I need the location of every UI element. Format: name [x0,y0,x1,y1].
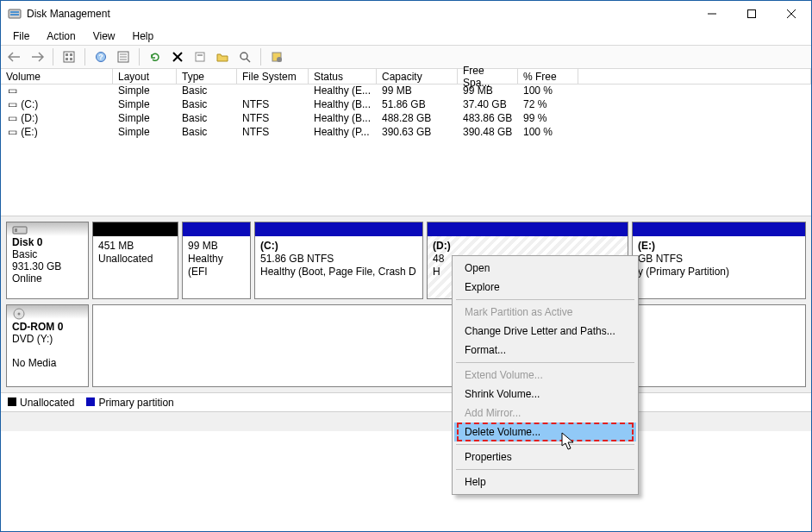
cm-properties[interactable]: Properties [454,448,636,466]
partition-unallocated[interactable]: 451 MB Unallocated [92,222,178,299]
properties-button[interactable] [190,47,210,67]
volume-layout: Simple [113,126,177,140]
volume-fs: NTFS [237,112,309,126]
volume-capacity: 488.28 GB [377,112,458,126]
forward-button[interactable] [27,47,47,67]
column-percent-free[interactable]: % Free [518,69,578,84]
cm-open[interactable]: Open [454,259,636,278]
help-button[interactable]: ? [91,47,111,67]
volume-row[interactable]: ▭ (E:) Simple Basic NTFS Healthy (P... 3… [1,126,811,140]
menu-view[interactable]: View [84,28,124,44]
partition-size: 99 MB [188,240,218,252]
show-hide-console-button[interactable] [59,47,79,67]
volume-fs [237,84,309,98]
volume-layout: Simple [113,84,177,98]
volume-status: Healthy (B... [309,112,377,126]
column-layout[interactable]: Layout [113,69,177,84]
svg-rect-1 [10,11,19,13]
column-filesystem[interactable]: File System [237,69,309,84]
explore-button[interactable] [234,47,255,67]
cm-separator [456,362,634,363]
cdrom-empty-area[interactable] [92,304,806,387]
svg-rect-8 [66,53,68,56]
volume-type: Basic [177,98,237,112]
cm-delete-volume[interactable]: Delete Volume... [454,422,636,441]
refresh-button[interactable] [145,47,166,67]
maximize-button[interactable] [732,1,771,27]
svg-text:?: ? [98,53,103,61]
partition-size: 51.86 GB NTFS [260,253,334,265]
svg-point-22 [240,53,247,59]
svg-line-23 [247,59,250,62]
action-button[interactable] [266,47,287,67]
menu-action[interactable]: Action [38,28,84,44]
disk-row: Disk 0 Basic 931.30 GB Online 451 MB Una… [6,222,806,299]
disk-size: 931.30 GB [12,260,61,272]
volume-columns-header: Volume Layout Type File System Status Ca… [1,69,811,84]
menu-file[interactable]: File [4,28,38,44]
drive-icon: ▭ [6,112,18,124]
cm-extend: Extend Volume... [454,366,636,385]
disk-icon [12,224,83,236]
svg-rect-7 [64,52,74,62]
volume-free: 390.48 GB [458,126,518,140]
cdrom-info[interactable]: CD-ROM 0 DVD (Y:) No Media [6,304,89,387]
volume-layout: Simple [113,98,177,112]
settings-button[interactable] [113,47,134,67]
disk-title: Disk 0 [12,236,42,248]
volume-free: 99 MB [458,84,518,98]
volume-pfree: 100 % [518,126,578,140]
volume-name: (C:) [21,98,38,110]
legend-primary: Primary partition [86,397,173,409]
volume-free: 483.86 GB [458,112,518,126]
volume-row[interactable]: ▭ Simple Basic Healthy (E... 99 MB 99 MB… [1,84,811,98]
cm-separator [456,469,634,470]
cm-help[interactable]: Help [454,473,636,491]
volume-type: Basic [177,112,237,126]
volume-row[interactable]: ▭ (D:) Simple Basic NTFS Healthy (B... 4… [1,112,811,126]
svg-point-25 [277,57,282,62]
delete-button[interactable] [167,47,188,67]
cm-separator [456,299,634,300]
volume-pfree: 100 % [518,84,578,98]
cdrom-state: No Media [12,357,56,369]
toolbar: ? [1,45,811,69]
disk0-info[interactable]: Disk 0 Basic 931.30 GB Online [6,222,89,299]
volume-fs: NTFS [237,126,309,140]
volume-status: Healthy (P... [309,126,377,140]
column-type[interactable]: Type [177,69,237,84]
volume-list[interactable]: ▭ Simple Basic Healthy (E... 99 MB 99 MB… [1,84,811,216]
disk0-partitions: 451 MB Unallocated 99 MB Healthy (EFI (C… [92,222,806,299]
back-button[interactable] [4,47,25,67]
cm-explore[interactable]: Explore [454,278,636,297]
column-volume[interactable]: Volume [1,69,113,84]
cm-format[interactable]: Format... [454,341,636,360]
partition-c[interactable]: (C:) 51.86 GB NTFS Healthy (Boot, Page F… [254,222,423,299]
minimize-button[interactable] [692,1,732,27]
partition-desc: Unallocated [98,253,153,265]
cm-shrink[interactable]: Shrink Volume... [454,385,636,404]
titlebar: Disk Management [1,1,811,27]
partition-efi[interactable]: 99 MB Healthy (EFI [182,222,251,299]
volume-free: 37.40 GB [458,98,518,112]
close-button[interactable] [771,1,811,27]
menu-help[interactable]: Help [124,28,163,44]
open-button[interactable] [212,47,233,67]
window-title: Disk Management [27,8,692,20]
cdrom-row: CD-ROM 0 DVD (Y:) No Media [6,304,806,387]
svg-rect-27 [15,228,17,232]
partition-size: 451 MB [98,240,134,252]
drive-icon: ▭ [6,126,18,138]
column-status[interactable]: Status [309,69,377,84]
cm-change-letter[interactable]: Change Drive Letter and Paths... [454,322,636,341]
drive-icon: ▭ [6,84,18,97]
partition-label: (D:) [433,240,451,252]
disk-management-icon [8,7,22,21]
legend-unallocated: Unallocated [8,397,74,409]
volume-row[interactable]: ▭ (C:) Simple Basic NTFS Healthy (B... 5… [1,98,811,112]
svg-rect-4 [748,10,756,18]
volume-name: (E:) [21,126,37,138]
column-capacity[interactable]: Capacity [377,69,458,84]
column-free-space[interactable]: Free Spa... [458,69,518,84]
partition-e[interactable]: (E:) GB NTFS y (Primary Partition) [632,222,806,299]
